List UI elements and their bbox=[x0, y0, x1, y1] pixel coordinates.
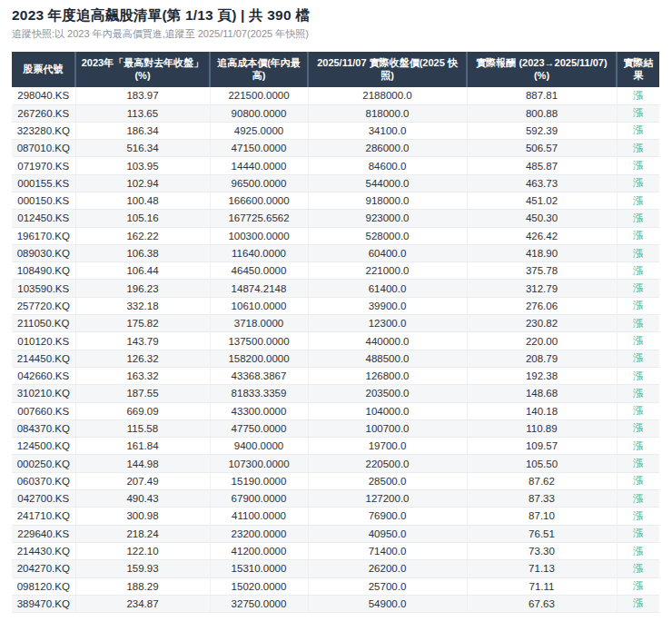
actual-return-cell: 73.30 bbox=[467, 542, 617, 559]
stock-code-cell: 071970.KS bbox=[12, 157, 75, 174]
table-row: 000150.KS100.48166600.0000918000.0451.02… bbox=[12, 192, 659, 209]
max-vs-prev-close-cell: 183.97 bbox=[75, 87, 210, 104]
stock-code-cell: 196170.KQ bbox=[12, 227, 75, 244]
column-header: 實際結果 bbox=[617, 52, 659, 87]
actual-return-cell: 140.18 bbox=[467, 402, 617, 419]
max-vs-prev-close-cell: 106.44 bbox=[75, 262, 210, 280]
actual-close-cell: 40950.0 bbox=[308, 525, 467, 542]
table-row: 089030.KQ106.3811640.000060400.0418.90漲 bbox=[12, 244, 659, 261]
cost-price-cell: 41100.0000 bbox=[210, 508, 308, 525]
actual-close-cell: 918000.0 bbox=[308, 192, 467, 209]
cost-price-cell: 15020.0000 bbox=[210, 577, 308, 595]
cost-price-cell: 47150.0000 bbox=[210, 140, 308, 157]
report-page: 2023 年度追高飆股清單(第 1/13 頁) | 共 390 檔 追蹤快照:以… bbox=[0, 0, 672, 615]
table-header: 股票代號2023年「最高對去年收盤」(%)追高成本價(年內最高)2025/11/… bbox=[12, 52, 659, 87]
result-cell: 漲 bbox=[617, 455, 659, 472]
actual-close-cell: 100700.0 bbox=[308, 419, 467, 437]
actual-return-cell: 276.06 bbox=[467, 297, 617, 314]
actual-close-cell: 28500.0 bbox=[308, 472, 467, 489]
stock-code-cell: 084370.KQ bbox=[12, 419, 75, 437]
result-cell: 漲 bbox=[617, 157, 659, 174]
table-row: 310210.KQ187.5581833.3359203500.0148.68漲 bbox=[12, 385, 659, 402]
actual-return-cell: 208.79 bbox=[467, 350, 617, 367]
result-cell: 漲 bbox=[617, 174, 659, 192]
max-vs-prev-close-cell: 332.18 bbox=[75, 297, 210, 314]
cost-price-cell: 100300.0000 bbox=[210, 227, 308, 244]
stock-code-cell: 000155.KS bbox=[12, 174, 75, 192]
actual-close-cell: 221000.0 bbox=[308, 262, 467, 280]
column-header: 2023年「最高對去年收盤」(%) bbox=[75, 52, 210, 87]
actual-close-cell: 488500.0 bbox=[308, 350, 467, 367]
stock-table: 股票代號2023年「最高對去年收盤」(%)追高成本價(年內最高)2025/11/… bbox=[12, 52, 659, 613]
result-cell: 漲 bbox=[617, 438, 659, 455]
result-cell: 漲 bbox=[617, 508, 659, 525]
result-cell: 漲 bbox=[617, 472, 659, 489]
actual-return-cell: 450.30 bbox=[467, 210, 617, 227]
table-row: 000155.KS102.9496500.0000544000.0463.73漲 bbox=[12, 174, 659, 192]
stock-code-cell: 257720.KQ bbox=[12, 297, 75, 314]
max-vs-prev-close-cell: 105.16 bbox=[75, 210, 210, 227]
max-vs-prev-close-cell: 490.43 bbox=[75, 490, 210, 508]
cost-price-cell: 9400.0000 bbox=[210, 438, 308, 455]
actual-close-cell: 60400.0 bbox=[308, 244, 467, 261]
stock-code-cell: 010120.KS bbox=[12, 332, 75, 350]
actual-close-cell: 54900.0 bbox=[308, 595, 467, 612]
actual-close-cell: 61400.0 bbox=[308, 280, 467, 297]
column-header: 追高成本價(年內最高) bbox=[210, 52, 308, 87]
stock-code-cell: 229640.KS bbox=[12, 525, 75, 542]
cost-price-cell: 4925.0000 bbox=[210, 122, 308, 139]
actual-return-cell: 109.57 bbox=[467, 438, 617, 455]
actual-return-cell: 485.87 bbox=[467, 157, 617, 174]
max-vs-prev-close-cell: 159.93 bbox=[75, 560, 210, 577]
column-header: 實際報酬 (2023→2025/11/07) (%) bbox=[467, 52, 617, 87]
actual-return-cell: 71.11 bbox=[467, 577, 617, 595]
table-row: 084370.KQ115.5847750.0000100700.0110.89漲 bbox=[12, 419, 659, 437]
result-cell: 漲 bbox=[617, 490, 659, 508]
cost-price-cell: 14440.0000 bbox=[210, 157, 308, 174]
cost-price-cell: 221500.0000 bbox=[210, 87, 308, 104]
table-row: 010120.KS143.79137500.0000440000.0220.00… bbox=[12, 332, 659, 350]
stock-code-cell: 089030.KQ bbox=[12, 244, 75, 261]
actual-close-cell: 286000.0 bbox=[308, 140, 467, 157]
result-cell: 漲 bbox=[617, 419, 659, 437]
actual-return-cell: 105.50 bbox=[467, 455, 617, 472]
actual-close-cell: 12300.0 bbox=[308, 315, 467, 332]
table-body: 298040.KS183.97221500.00002188000.0887.8… bbox=[12, 87, 659, 613]
cost-price-cell: 14874.2148 bbox=[210, 280, 308, 297]
stock-code-cell: 214430.KQ bbox=[12, 542, 75, 559]
stock-code-cell: 211050.KQ bbox=[12, 315, 75, 332]
table-row: 204270.KQ159.9315310.000026200.071.13漲 bbox=[12, 560, 659, 577]
max-vs-prev-close-cell: 669.09 bbox=[75, 402, 210, 419]
cost-price-cell: 43300.0000 bbox=[210, 402, 308, 419]
actual-close-cell: 39900.0 bbox=[308, 297, 467, 314]
column-header: 股票代號 bbox=[12, 52, 75, 87]
table-row: 087010.KQ516.3447150.0000286000.0506.57漲 bbox=[12, 140, 659, 157]
cost-price-cell: 90800.0000 bbox=[210, 104, 308, 122]
cost-price-cell: 10610.0000 bbox=[210, 297, 308, 314]
max-vs-prev-close-cell: 102.94 bbox=[75, 174, 210, 192]
result-cell: 漲 bbox=[617, 595, 659, 612]
table-row: 000250.KQ144.98107300.0000220500.0105.50… bbox=[12, 455, 659, 472]
result-cell: 漲 bbox=[617, 542, 659, 559]
cost-price-cell: 166600.0000 bbox=[210, 192, 308, 209]
max-vs-prev-close-cell: 115.58 bbox=[75, 419, 210, 437]
max-vs-prev-close-cell: 122.10 bbox=[75, 542, 210, 559]
table-row: 098120.KQ188.2915020.000025700.071.11漲 bbox=[12, 577, 659, 595]
result-cell: 漲 bbox=[617, 525, 659, 542]
max-vs-prev-close-cell: 162.22 bbox=[75, 227, 210, 244]
max-vs-prev-close-cell: 143.79 bbox=[75, 332, 210, 350]
actual-return-cell: 418.90 bbox=[467, 244, 617, 261]
cost-price-cell: 43368.3867 bbox=[210, 367, 308, 384]
actual-close-cell: 126800.0 bbox=[308, 367, 467, 384]
stock-code-cell: 042700.KS bbox=[12, 490, 75, 508]
result-cell: 漲 bbox=[617, 210, 659, 227]
column-header: 2025/11/07 實際收盤價(2025 快照) bbox=[308, 52, 467, 87]
max-vs-prev-close-cell: 106.38 bbox=[75, 244, 210, 261]
cost-price-cell: 41200.0000 bbox=[210, 542, 308, 559]
stock-code-cell: 087010.KQ bbox=[12, 140, 75, 157]
max-vs-prev-close-cell: 234.87 bbox=[75, 595, 210, 612]
actual-return-cell: 192.38 bbox=[467, 367, 617, 384]
actual-return-cell: 451.02 bbox=[467, 192, 617, 209]
actual-return-cell: 87.33 bbox=[467, 490, 617, 508]
actual-close-cell: 26200.0 bbox=[308, 560, 467, 577]
